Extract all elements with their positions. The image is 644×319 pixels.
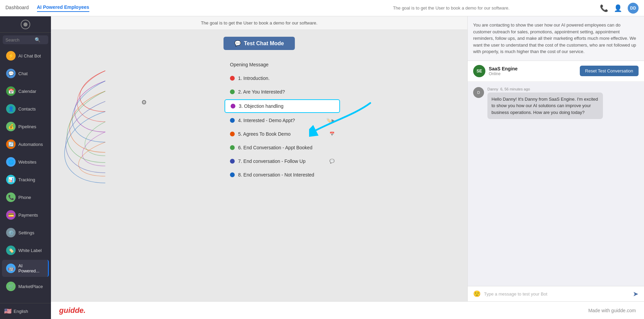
flag-icon: 🇺🇸 bbox=[4, 307, 12, 315]
flow-node-7[interactable]: 7. End conversation - Follow Up 💬 bbox=[225, 155, 340, 167]
sidebar-item-automations[interactable]: 🔄 Automations bbox=[2, 136, 49, 152]
flow-node-3[interactable]: 3. Objection handling bbox=[225, 99, 340, 113]
right-panel: You are contacting to show the user how … bbox=[467, 16, 644, 301]
chat-agent-avatar: SE bbox=[473, 65, 485, 77]
phone-sidebar-icon: 📞 bbox=[6, 192, 16, 202]
sidebar-item-phone[interactable]: 📞 Phone bbox=[2, 189, 49, 205]
flow-node-1[interactable]: 1. Introduction. bbox=[225, 72, 340, 84]
sidebar-item-label: AI Powered... bbox=[18, 263, 44, 273]
record-dot bbox=[23, 22, 28, 27]
sidebar-item-contacts[interactable]: 👤 Contacts bbox=[2, 101, 49, 117]
ai-chat-bot-icon: ⚡ bbox=[6, 51, 16, 61]
sidebar-item-label: Pipelines bbox=[18, 124, 36, 129]
sidebar-item-pipelines[interactable]: 💰 Pipelines bbox=[2, 118, 49, 135]
flow-node-label: 8. End conversation - Not Interested bbox=[238, 172, 314, 178]
message-meta: Danny 6, 56 minutes ago bbox=[487, 87, 639, 91]
sidebar-item-label: Automations bbox=[18, 142, 43, 147]
flow-node-8[interactable]: 8. End conversation - Not Interested bbox=[225, 169, 340, 181]
node-settings-gear[interactable]: ⚙ bbox=[141, 99, 147, 106]
sidebar-item-label: Payments bbox=[18, 213, 38, 218]
flow-node-label: Opening Message bbox=[230, 62, 269, 67]
language-selector[interactable]: 🇺🇸 English bbox=[4, 307, 47, 315]
chat-agent-status: Online bbox=[489, 71, 518, 76]
flow-node-5[interactable]: 5. Agrees To Book Demo 📅 bbox=[225, 128, 340, 140]
message-sender-avatar: D bbox=[473, 87, 484, 98]
sidebar-item-label: White Label bbox=[18, 248, 42, 253]
message-content: Danny 6, 56 minutes ago Hello Danny! It'… bbox=[487, 87, 639, 119]
search-input[interactable] bbox=[5, 37, 33, 43]
flow-node-icons-5: 📅 bbox=[329, 132, 335, 136]
flow-node-dot-2 bbox=[230, 89, 235, 94]
phone-icon[interactable]: 📞 bbox=[600, 4, 608, 12]
chat-agent-info: SaaS Engine Online bbox=[489, 66, 518, 76]
flow-node-icons-4: 🏷️▶ bbox=[326, 118, 335, 123]
settings-icon: ⚙️ bbox=[6, 228, 16, 237]
sidebar-item-label: Contacts bbox=[18, 106, 36, 112]
flow-node-dot-7 bbox=[230, 159, 235, 164]
record-button[interactable] bbox=[21, 20, 30, 29]
user-avatar[interactable]: DD bbox=[628, 3, 639, 14]
websites-icon: 🌐 bbox=[6, 157, 16, 167]
flow-node-dot-8 bbox=[230, 172, 235, 177]
reset-test-conversation-button[interactable]: Reset Test Conversation bbox=[580, 66, 639, 76]
sidebar-item-label: AI Chat Bot bbox=[18, 53, 41, 58]
user-icon[interactable]: 👤 bbox=[614, 4, 622, 12]
payments-icon: 💳 bbox=[6, 210, 16, 220]
sidebar-item-marketplace[interactable]: 🛒 MarketPlace bbox=[2, 278, 49, 295]
send-icon[interactable]: ➤ bbox=[633, 290, 639, 298]
flow-node-label: 5. Agrees To Book Demo bbox=[238, 131, 291, 137]
flow-nodes-container: Opening Message 1. Introduction. 2. Are … bbox=[225, 57, 340, 182]
flow-node-2[interactable]: 2. Are You Interested? bbox=[225, 86, 340, 98]
chat-input-bar: 🙂 ➤ bbox=[468, 286, 644, 301]
chat-message-input[interactable] bbox=[484, 291, 629, 297]
sidebar-logo-area bbox=[0, 16, 51, 33]
top-bar-tabs: Dashboard AI Powered Employees bbox=[5, 4, 303, 12]
footer: guidde. Made with guidde.com bbox=[51, 301, 644, 319]
sidebar-item-tracking[interactable]: 📊 Tracking bbox=[2, 171, 49, 188]
sidebar-item-label: Tracking bbox=[18, 177, 35, 182]
emoji-icon[interactable]: 🙂 bbox=[473, 290, 481, 298]
flow-node-dot-1 bbox=[230, 76, 235, 81]
right-panel-description: You are contacting to show the user how … bbox=[468, 16, 644, 61]
flow-node-6[interactable]: 6. End Conversation - Appt Booked bbox=[225, 141, 340, 154]
sidebar-item-calendar[interactable]: 📅 Calendar bbox=[2, 83, 49, 99]
flow-description-bar: The goal is to get the User to book a de… bbox=[51, 16, 467, 30]
tracking-icon: 📊 bbox=[6, 175, 16, 184]
flow-panel: The goal is to get the User to book a de… bbox=[51, 16, 467, 301]
automations-icon: 🔄 bbox=[6, 139, 16, 149]
chat-message-item: D Danny 6, 56 minutes ago Hello Danny! I… bbox=[473, 87, 639, 119]
flow-curves-svg bbox=[51, 50, 194, 254]
flow-node-dot-3 bbox=[231, 104, 235, 108]
tab-dashboard[interactable]: Dashboard bbox=[5, 5, 29, 12]
language-label: English bbox=[14, 309, 28, 314]
flow-node-4[interactable]: 4. Interested - Demo Appt? 🏷️▶ bbox=[225, 114, 340, 127]
sidebar-item-ai-chat-bot[interactable]: ⚡ AI Chat Bot bbox=[2, 48, 49, 64]
chat-header: SE SaaS Engine Online Reset Test Convers… bbox=[468, 61, 644, 82]
flow-node-label: 6. End Conversation - Appt Booked bbox=[238, 145, 312, 150]
sidebar-item-payments[interactable]: 💳 Payments bbox=[2, 207, 49, 223]
calendar-icon: 📅 bbox=[6, 86, 16, 96]
footer-logo: guidde. bbox=[59, 306, 86, 315]
flow-node-opening[interactable]: Opening Message bbox=[225, 58, 340, 71]
sidebar-item-white-label[interactable]: 🏷️ White Label bbox=[2, 242, 49, 258]
contacts-icon: 👤 bbox=[6, 104, 16, 114]
sidebar-item-chat[interactable]: 💬 Chat bbox=[2, 65, 49, 82]
sidebar-item-websites[interactable]: 🌐 Websites bbox=[2, 154, 49, 170]
sidebar-item-label: Websites bbox=[18, 160, 36, 165]
flow-node-dot-5 bbox=[230, 132, 235, 136]
sidebar-item-ai-powered[interactable]: 🤖 AI Powered... bbox=[2, 260, 49, 277]
top-bar: Dashboard AI Powered Employees The goal … bbox=[0, 0, 644, 16]
main-layout: 🔍 ⚡ AI Chat Bot 💬 Chat 📅 Calendar 👤 Cont… bbox=[0, 16, 644, 319]
test-chat-mode-button[interactable]: 💬 Test Chat Mode bbox=[223, 37, 295, 50]
search-icon: 🔍 bbox=[35, 37, 40, 43]
sidebar-bottom: 🇺🇸 English bbox=[0, 303, 51, 319]
sidebar-item-label: Settings bbox=[18, 230, 34, 235]
sidebar-search-container: 🔍 bbox=[3, 35, 48, 44]
chat-container: SE SaaS Engine Online Reset Test Convers… bbox=[468, 61, 644, 302]
sidebar-item-label: MarketPlace bbox=[18, 284, 43, 289]
tab-ai-powered[interactable]: AI Powered Employees bbox=[37, 4, 89, 12]
top-bar-center-text: The goal is to get the User to book a de… bbox=[303, 5, 600, 11]
footer-credit: Made with guidde.com bbox=[588, 308, 636, 313]
flow-node-icons-7: 💬 bbox=[329, 159, 335, 164]
sidebar-item-settings[interactable]: ⚙️ Settings bbox=[2, 224, 49, 241]
